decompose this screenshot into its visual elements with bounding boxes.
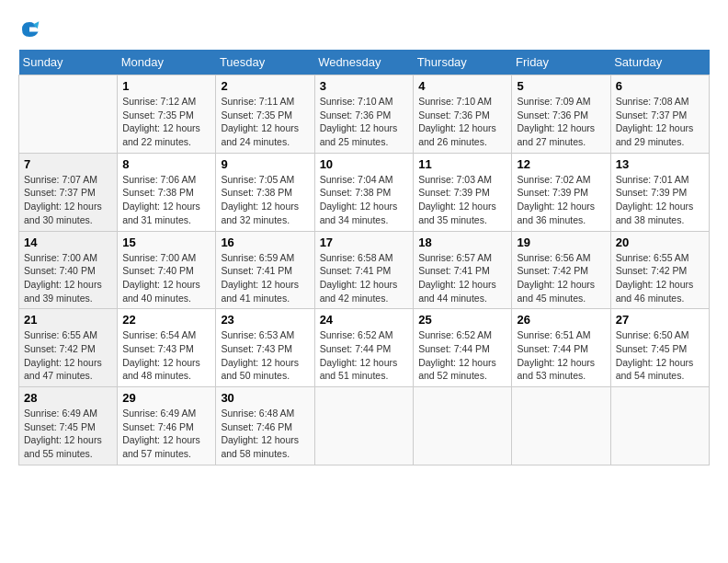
weekday-header-thursday: Thursday <box>414 50 512 75</box>
day-number: 6 <box>616 79 704 93</box>
day-detail: Sunrise: 7:00 AMSunset: 7:40 PMDaylight:… <box>122 251 210 305</box>
calendar-cell <box>19 75 118 154</box>
calendar-cell: 3Sunrise: 7:10 AMSunset: 7:36 PMDaylight… <box>314 75 414 154</box>
day-detail: Sunrise: 7:02 AMSunset: 7:39 PMDaylight:… <box>517 173 605 227</box>
calendar-cell: 22Sunrise: 6:54 AMSunset: 7:43 PMDayligh… <box>118 309 216 387</box>
day-number: 1 <box>122 79 210 93</box>
day-detail: Sunrise: 7:03 AMSunset: 7:39 PMDaylight:… <box>418 173 506 227</box>
day-number: 15 <box>122 236 210 249</box>
calendar-cell: 15Sunrise: 7:00 AMSunset: 7:40 PMDayligh… <box>118 231 216 309</box>
day-number: 27 <box>616 313 704 327</box>
day-number: 28 <box>24 391 112 405</box>
calendar-week-5: 28Sunrise: 6:49 AMSunset: 7:45 PMDayligh… <box>19 387 710 465</box>
day-number: 21 <box>24 313 112 327</box>
weekday-header-tuesday: Tuesday <box>216 50 314 75</box>
day-number: 16 <box>221 236 309 249</box>
day-detail: Sunrise: 6:49 AMSunset: 7:45 PMDaylight:… <box>24 407 112 461</box>
calendar-cell: 24Sunrise: 6:52 AMSunset: 7:44 PMDayligh… <box>314 309 414 387</box>
day-detail: Sunrise: 7:01 AMSunset: 7:39 PMDaylight:… <box>616 173 704 227</box>
day-number: 22 <box>122 313 210 327</box>
calendar-cell: 9Sunrise: 7:05 AMSunset: 7:38 PMDaylight… <box>216 153 314 231</box>
calendar-cell: 2Sunrise: 7:11 AMSunset: 7:35 PMDaylight… <box>216 75 314 154</box>
day-detail: Sunrise: 7:09 AMSunset: 7:36 PMDaylight:… <box>517 95 605 149</box>
calendar-cell: 12Sunrise: 7:02 AMSunset: 7:39 PMDayligh… <box>512 153 610 231</box>
day-number: 19 <box>517 236 605 249</box>
day-detail: Sunrise: 6:57 AMSunset: 7:41 PMDaylight:… <box>418 251 506 305</box>
day-number: 4 <box>418 79 506 93</box>
weekday-header-friday: Friday <box>512 50 610 75</box>
day-detail: Sunrise: 7:00 AMSunset: 7:40 PMDaylight:… <box>24 251 112 305</box>
day-number: 3 <box>320 79 409 93</box>
day-detail: Sunrise: 6:52 AMSunset: 7:44 PMDaylight:… <box>320 328 409 383</box>
day-detail: Sunrise: 7:07 AMSunset: 7:37 PMDaylight:… <box>24 173 112 227</box>
day-number: 13 <box>616 157 704 171</box>
day-detail: Sunrise: 6:50 AMSunset: 7:45 PMDaylight:… <box>616 328 704 383</box>
day-number: 7 <box>24 157 112 171</box>
calendar-cell: 10Sunrise: 7:04 AMSunset: 7:38 PMDayligh… <box>314 153 414 231</box>
calendar-cell <box>512 387 610 465</box>
day-number: 30 <box>221 391 309 405</box>
day-number: 23 <box>221 313 309 327</box>
day-detail: Sunrise: 6:56 AMSunset: 7:42 PMDaylight:… <box>517 251 605 305</box>
day-number: 24 <box>320 313 409 327</box>
logo <box>18 18 44 40</box>
weekday-header-monday: Monday <box>118 50 216 75</box>
day-detail: Sunrise: 7:10 AMSunset: 7:36 PMDaylight:… <box>320 95 409 149</box>
calendar-cell: 29Sunrise: 6:49 AMSunset: 7:46 PMDayligh… <box>118 387 216 465</box>
calendar-week-2: 7Sunrise: 7:07 AMSunset: 7:37 PMDaylight… <box>19 153 710 231</box>
calendar-week-4: 21Sunrise: 6:55 AMSunset: 7:42 PMDayligh… <box>19 309 710 387</box>
calendar-cell: 18Sunrise: 6:57 AMSunset: 7:41 PMDayligh… <box>414 231 512 309</box>
calendar-cell: 21Sunrise: 6:55 AMSunset: 7:42 PMDayligh… <box>19 309 118 387</box>
day-number: 18 <box>418 236 506 249</box>
day-number: 26 <box>517 313 605 327</box>
weekday-header-saturday: Saturday <box>610 50 709 75</box>
day-number: 29 <box>122 391 210 405</box>
day-detail: Sunrise: 6:54 AMSunset: 7:43 PMDaylight:… <box>122 328 210 383</box>
calendar-cell: 14Sunrise: 7:00 AMSunset: 7:40 PMDayligh… <box>19 231 118 309</box>
weekday-header-wednesday: Wednesday <box>314 50 414 75</box>
day-detail: Sunrise: 7:06 AMSunset: 7:38 PMDaylight:… <box>122 173 210 227</box>
day-number: 9 <box>221 157 309 171</box>
calendar-week-3: 14Sunrise: 7:00 AMSunset: 7:40 PMDayligh… <box>19 231 710 309</box>
calendar-cell: 17Sunrise: 6:58 AMSunset: 7:41 PMDayligh… <box>314 231 414 309</box>
calendar-cell: 30Sunrise: 6:48 AMSunset: 7:46 PMDayligh… <box>216 387 314 465</box>
day-number: 17 <box>320 236 409 249</box>
day-detail: Sunrise: 6:51 AMSunset: 7:44 PMDaylight:… <box>517 328 605 383</box>
day-number: 8 <box>122 157 210 171</box>
calendar-table: SundayMondayTuesdayWednesdayThursdayFrid… <box>18 50 710 465</box>
logo-icon <box>18 18 40 40</box>
day-detail: Sunrise: 6:55 AMSunset: 7:42 PMDaylight:… <box>616 251 704 305</box>
calendar-cell: 16Sunrise: 6:59 AMSunset: 7:41 PMDayligh… <box>216 231 314 309</box>
calendar-cell: 25Sunrise: 6:52 AMSunset: 7:44 PMDayligh… <box>414 309 512 387</box>
day-detail: Sunrise: 6:55 AMSunset: 7:42 PMDaylight:… <box>24 328 112 383</box>
day-detail: Sunrise: 6:49 AMSunset: 7:46 PMDaylight:… <box>122 407 210 461</box>
calendar-cell: 6Sunrise: 7:08 AMSunset: 7:37 PMDaylight… <box>610 75 709 154</box>
day-number: 20 <box>616 236 704 249</box>
calendar-cell: 4Sunrise: 7:10 AMSunset: 7:36 PMDaylight… <box>414 75 512 154</box>
calendar-cell: 11Sunrise: 7:03 AMSunset: 7:39 PMDayligh… <box>414 153 512 231</box>
day-detail: Sunrise: 7:10 AMSunset: 7:36 PMDaylight:… <box>418 95 506 149</box>
day-detail: Sunrise: 6:59 AMSunset: 7:41 PMDaylight:… <box>221 251 309 305</box>
day-number: 11 <box>418 157 506 171</box>
day-number: 10 <box>320 157 409 171</box>
calendar-cell: 13Sunrise: 7:01 AMSunset: 7:39 PMDayligh… <box>610 153 709 231</box>
day-number: 2 <box>221 79 309 93</box>
calendar-cell: 20Sunrise: 6:55 AMSunset: 7:42 PMDayligh… <box>610 231 709 309</box>
weekday-header-sunday: Sunday <box>19 50 118 75</box>
calendar-cell <box>314 387 414 465</box>
calendar-cell: 28Sunrise: 6:49 AMSunset: 7:45 PMDayligh… <box>19 387 118 465</box>
day-detail: Sunrise: 7:12 AMSunset: 7:35 PMDaylight:… <box>122 95 210 149</box>
day-detail: Sunrise: 7:08 AMSunset: 7:37 PMDaylight:… <box>616 95 704 149</box>
calendar-cell: 19Sunrise: 6:56 AMSunset: 7:42 PMDayligh… <box>512 231 610 309</box>
day-number: 25 <box>418 313 506 327</box>
calendar-cell: 1Sunrise: 7:12 AMSunset: 7:35 PMDaylight… <box>118 75 216 154</box>
day-number: 12 <box>517 157 605 171</box>
day-detail: Sunrise: 6:52 AMSunset: 7:44 PMDaylight:… <box>418 328 506 383</box>
day-detail: Sunrise: 6:58 AMSunset: 7:41 PMDaylight:… <box>320 251 409 305</box>
day-number: 14 <box>24 236 112 249</box>
calendar-cell: 27Sunrise: 6:50 AMSunset: 7:45 PMDayligh… <box>610 309 709 387</box>
calendar-cell: 26Sunrise: 6:51 AMSunset: 7:44 PMDayligh… <box>512 309 610 387</box>
day-detail: Sunrise: 7:11 AMSunset: 7:35 PMDaylight:… <box>221 95 309 149</box>
page-header <box>18 18 710 40</box>
day-detail: Sunrise: 7:05 AMSunset: 7:38 PMDaylight:… <box>221 173 309 227</box>
